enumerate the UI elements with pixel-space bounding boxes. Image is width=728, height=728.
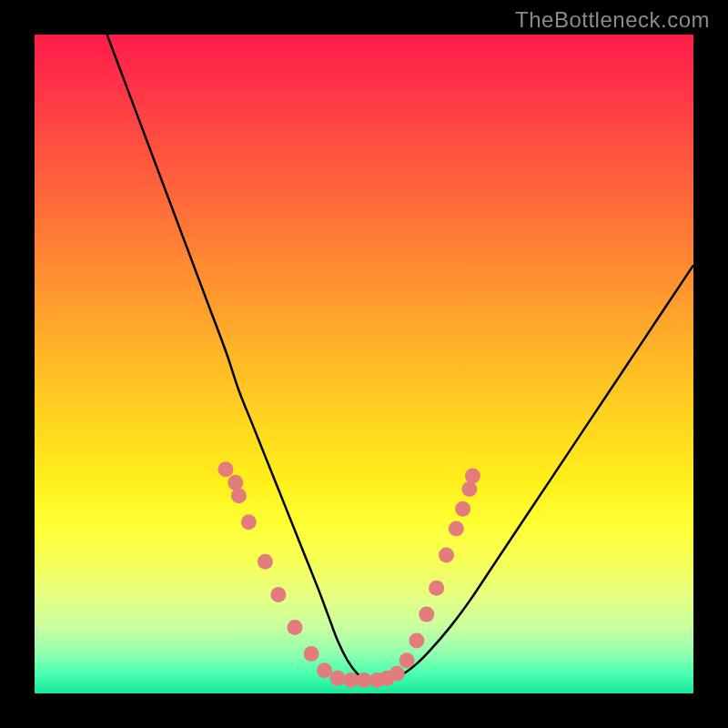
data-marker [399,652,415,668]
data-marker [455,501,470,517]
data-marker [465,469,480,484]
data-marker [461,481,477,497]
data-marker [439,547,454,562]
data-marker [343,672,359,688]
data-marker [241,514,257,530]
data-marker [217,461,233,477]
data-marker [419,607,434,622]
data-marker [287,620,302,635]
data-marker [317,662,332,678]
data-marker [389,666,405,682]
chart-frame: TheBottleneck.com [0,0,728,728]
data-marker [304,646,319,662]
watermark-text: TheBottleneck.com [515,7,710,33]
data-marker [270,587,286,602]
data-marker [228,475,243,490]
data-marker [449,521,464,537]
plot-background [35,35,693,693]
bottleneck-chart [0,0,728,728]
data-marker [429,581,444,596]
data-marker [357,672,372,688]
data-marker [409,633,424,649]
data-marker [330,671,346,686]
data-marker [231,488,247,503]
data-marker [258,554,273,570]
